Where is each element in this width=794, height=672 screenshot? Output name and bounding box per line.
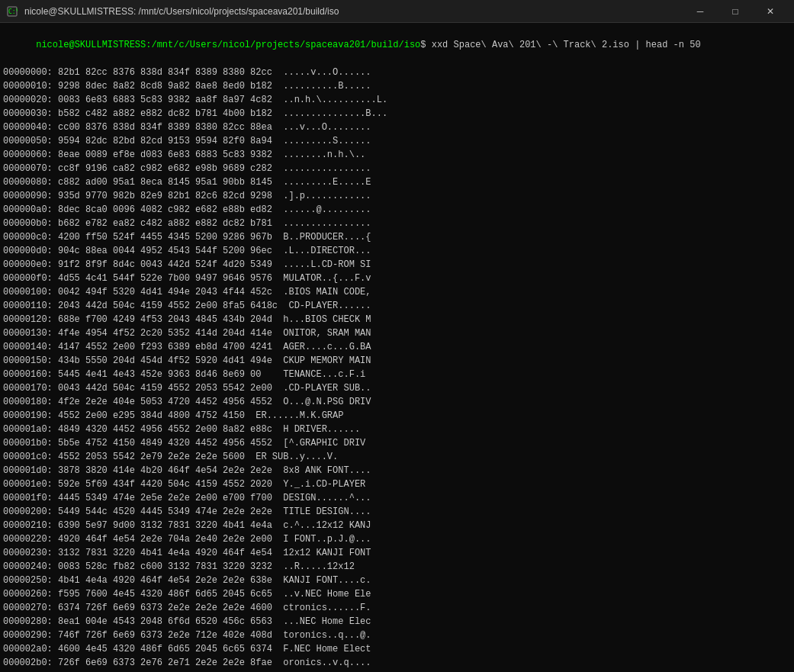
hex-line: 000000c0: 4200 ff50 524f 4455 4345 5200 …: [3, 230, 791, 244]
titlebar-buttons: ─ □ ✕: [683, 0, 788, 23]
hex-line: 00000120: 688e f700 4249 4f53 2043 4845 …: [3, 313, 791, 326]
hex-line: 00000270: 6374 726f 6e69 6373 2e2e 2e2e …: [3, 601, 791, 615]
hex-line: 00000260: f595 7600 4e45 4320 486f 6d65 …: [3, 587, 791, 601]
titlebar: C:\ nicole@SKULLMISTRESS: /mnt/c/Users/n…: [0, 0, 794, 23]
prompt-path: :/mnt/c/Users/nicol/projects/spaceava201…: [146, 40, 420, 50]
hex-line: 00000190: 4552 2e00 e295 384d 4800 4752 …: [3, 409, 791, 423]
hex-line: 000002b0: 726f 6e69 6373 2e76 2e71 2e2e …: [3, 656, 791, 670]
hex-line: 00000020: 0083 6e83 6883 5c83 9382 aa8f …: [3, 93, 791, 107]
command-line: nicole@SKULLMISTRESS:/mnt/c/Users/nicol/…: [3, 24, 791, 66]
hex-line: 000001f0: 4445 5349 474e 2e5e 2e2e 2e00 …: [3, 491, 791, 505]
hex-line: 00000110: 2043 442d 504c 4159 4552 2e00 …: [3, 299, 791, 313]
hex-line: 00000250: 4b41 4e4a 4920 464f 4e54 2e2e …: [3, 574, 791, 587]
hex-line: 000000a0: 8dec 8ca0 0096 4082 c982 e682 …: [3, 203, 791, 217]
hex-line: 00000080: c882 ad00 95a1 8eca 8145 95a1 …: [3, 175, 791, 189]
hex-line: 00000240: 0083 528c fb82 c600 3132 7831 …: [3, 560, 791, 574]
command-text: xxd Space\ Ava\ 201\ -\ Track\ 2.iso | h…: [432, 40, 701, 50]
hex-line: 00000140: 4147 4552 2e00 f293 6389 eb8d …: [3, 340, 791, 354]
hex-line: 00000100: 0042 494f 5320 4d41 494e 2043 …: [3, 285, 791, 299]
maximize-button[interactable]: □: [718, 0, 753, 23]
prompt-user: nicole@SKULLMISTRESS: [36, 40, 146, 50]
hex-line: 00000030: b582 c482 a882 e882 dc82 b781 …: [3, 107, 791, 121]
svg-text:C:\: C:\: [8, 8, 18, 15]
hex-line: 000000d0: 904c 88ea 0044 4952 4543 544f …: [3, 244, 791, 258]
hex-line: 00000060: 8eae 0089 ef8e d083 6e83 6883 …: [3, 148, 791, 162]
hex-line: 00000050: 9594 82dc 82bd 82cd 9153 9594 …: [3, 134, 791, 148]
hex-line: 000001c0: 4552 2053 5542 2e79 2e2e 2e2e …: [3, 450, 791, 464]
hex-line: 00000130: 4f4e 4954 4f52 2c20 5352 414d …: [3, 326, 791, 340]
hex-line: 00000180: 4f2e 2e2e 404e 5053 4720 4452 …: [3, 395, 791, 409]
hex-line: 000002a0: 4600 4e45 4320 486f 6d65 2045 …: [3, 642, 791, 656]
hex-line: 00000170: 0043 442d 504c 4159 4552 2053 …: [3, 381, 791, 395]
terminal-icon: C:\: [6, 5, 18, 18]
hex-line: 000000e0: 91f2 8f9f 8d4c 0043 442d 524f …: [3, 258, 791, 272]
terminal-window: C:\ nicole@SKULLMISTRESS: /mnt/c/Users/n…: [0, 0, 794, 672]
hex-line: 00000070: cc8f 9196 ca82 c982 e682 e98b …: [3, 162, 791, 175]
prompt-dollar: $: [420, 40, 431, 50]
hex-line: 00000290: 746f 726f 6e69 6373 2e2e 712e …: [3, 629, 791, 642]
terminal-body[interactable]: nicole@SKULLMISTRESS:/mnt/c/Users/nicol/…: [0, 23, 794, 672]
hex-line: 000000b0: b682 e782 ea82 c482 a882 e882 …: [3, 217, 791, 230]
hex-line: 00000000: 82b1 82cc 8376 838d 834f 8389 …: [3, 66, 791, 79]
hex-line: 000001b0: 5b5e 4752 4150 4849 4320 4452 …: [3, 436, 791, 450]
hex-line: 00000010: 9298 8dec 8a82 8cd8 9a82 8ae8 …: [3, 79, 791, 93]
hex-line: 00000210: 6390 5e97 9d00 3132 7831 3220 …: [3, 519, 791, 532]
minimize-button[interactable]: ─: [683, 0, 718, 23]
hex-line: 00000160: 5445 4e41 4e43 452e 9363 8d46 …: [3, 368, 791, 381]
close-button[interactable]: ✕: [753, 0, 788, 23]
hex-line: 00000150: 434b 5550 204d 454d 4f52 5920 …: [3, 354, 791, 368]
hex-line: 000001e0: 592e 5f69 434f 4420 504c 4159 …: [3, 477, 791, 491]
hex-line: 00000040: cc00 8376 838d 834f 8389 8380 …: [3, 121, 791, 134]
hex-line: 00000090: 935d 9770 982b 82e9 82b1 82c6 …: [3, 189, 791, 203]
hex-line: 000001a0: 4849 4320 4452 4956 4552 2e00 …: [3, 423, 791, 436]
titlebar-title: nicole@SKULLMISTRESS: /mnt/c/Users/nicol…: [24, 6, 683, 17]
hex-line: 00000200: 5449 544c 4520 4445 5349 474e …: [3, 505, 791, 519]
hex-line: 00000280: 8ea1 004e 4543 2048 6f6d 6520 …: [3, 615, 791, 629]
hex-line: 000000f0: 4d55 4c41 544f 522e 7b00 9497 …: [3, 272, 791, 285]
hex-line: 00000220: 4920 464f 4e54 2e2e 704a 2e40 …: [3, 532, 791, 546]
hex-line: 00000230: 3132 7831 3220 4b41 4e4a 4920 …: [3, 546, 791, 560]
hex-line: 000001d0: 3878 3820 414e 4b20 464f 4e54 …: [3, 464, 791, 477]
